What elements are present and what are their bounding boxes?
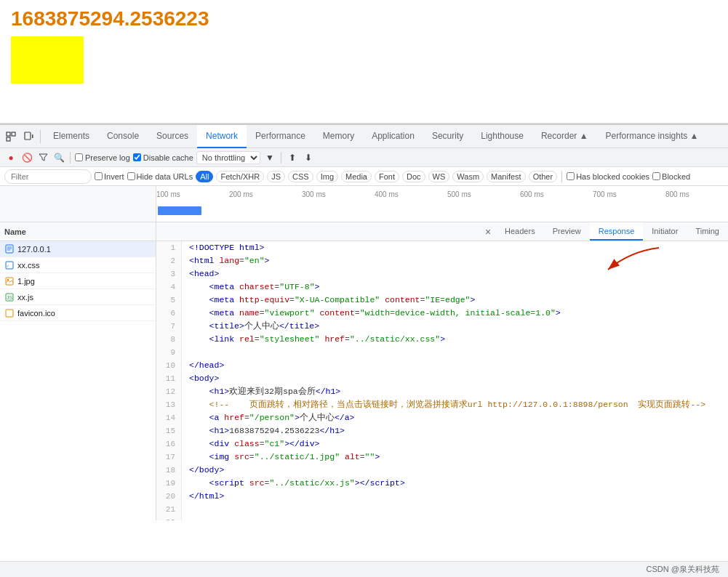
line-num-4: 4 [156,281,182,294]
filter-chip-ws[interactable]: WS [428,171,450,182]
filter-btn[interactable] [36,151,49,164]
tab-network[interactable]: Network [197,125,247,148]
filter-chip-css[interactable]: CSS [288,171,313,182]
hide-data-urls-checkbox[interactable] [127,172,135,180]
filter-chip-js[interactable]: JS [267,171,285,182]
invert-checkbox[interactable] [95,172,103,180]
line-code-7: <title>个人中心</title> [182,320,319,332]
filter-divider [561,171,562,182]
bottom-bar: CSDN @泉关科技苑 [0,561,728,577]
svg-rect-3 [25,132,31,140]
filter-chip-wasm[interactable]: Wasm [452,171,484,182]
code-line-4: 4 <meta charset="UTF-8"> [156,281,728,294]
line-num-3: 3 [156,267,182,281]
req-name-1jpg: 1.jpg [17,277,35,286]
req-name-xxcss: xx.css [17,261,40,270]
tab-performance[interactable]: Performance [247,125,314,148]
line-num-6: 6 [156,307,182,320]
filter-chip-doc[interactable]: Doc [402,171,425,182]
hide-data-urls-label[interactable]: Hide data URLs [127,172,193,181]
filter-chip-manifest[interactable]: Manifest [487,171,526,182]
detail-tab-timing[interactable]: Timing [687,222,728,241]
tab-sources[interactable]: Sources [148,125,197,148]
request-item-xxcss[interactable]: ✓ xx.css [0,257,156,273]
tab-perf-insights[interactable]: Performance insights ▲ [597,125,708,148]
disable-cache-label[interactable]: Disable cache [133,153,193,162]
main-content: Name 127.0.0.1 ✓ xx.css 1.jpg [0,222,728,520]
req-icon-js: JS [4,292,15,302]
line-code-11: <body> [182,372,219,384]
filter-chip-all[interactable]: All [196,171,213,182]
svg-rect-0 [7,132,10,136]
preserve-log-label[interactable]: Preserve log [75,153,130,162]
blocked-checkbox[interactable] [652,172,660,180]
disable-cache-checkbox[interactable] [133,153,141,161]
line-num-10: 10 [156,359,182,372]
import-btn[interactable]: ⬆ [286,151,299,164]
line-code-13: <!-- 页面跳转，相对路径，当点击该链接时，浏览器拼接请求url http:/… [182,398,705,411]
inspect-element-btn[interactable] [3,129,19,145]
export-btn[interactable]: ⬇ [302,151,315,164]
net-divider-1 [70,152,71,164]
filter-bar: Invert Hide data URLs All Fetch/XHR JS C… [0,167,728,186]
timeline-area: 100 ms 200 ms 300 ms 400 ms 500 ms 600 m… [0,186,728,222]
tab-memory[interactable]: Memory [314,125,363,148]
req-icon-favicon [4,308,15,318]
invert-label[interactable]: Invert [95,172,124,181]
request-item-favicon[interactable]: favicon.ico [0,305,156,321]
ruler-mark-700: 700 ms [593,190,617,198]
filter-chip-font[interactable]: Font [375,171,399,182]
timeline-sidebar [0,186,156,222]
preserve-log-checkbox[interactable] [75,153,83,161]
tab-elements[interactable]: Elements [44,125,98,148]
detail-tab-initiator[interactable]: Initiator [643,222,687,241]
filter-input[interactable] [4,169,92,184]
line-num-14: 14 [156,411,182,424]
throttle-select[interactable]: No throttling [196,151,260,164]
tab-security[interactable]: Security [423,125,472,148]
has-blocked-label[interactable]: Has blocked cookies [567,172,649,181]
has-blocked-checkbox[interactable] [567,172,575,180]
clear-btn[interactable]: 🚫 [20,151,33,164]
tab-application[interactable]: Application [363,125,423,148]
detail-close-btn[interactable]: × [480,224,496,240]
code-line-6: 6 <meta name="viewport" content="width=d… [156,307,728,320]
line-code-20: </html> [182,490,224,502]
throttle-dropdown-btn[interactable]: ▼ [263,151,276,164]
filter-chip-img[interactable]: Img [316,171,338,182]
device-toggle-btn[interactable] [20,129,36,145]
line-code-5: <meta http-equiv="X-UA-Compatible" conte… [182,294,475,306]
line-code-12: <h1>欢迎来到32期spa会所</h1> [182,385,340,398]
line-code-10: </head> [182,359,224,371]
code-line-21: 21 [156,503,728,516]
request-item-xxjs[interactable]: JS xx.js [0,289,156,305]
filter-chip-media[interactable]: Media [341,171,372,182]
code-line-14: 14 <a href="/person">个人中心</a> [156,411,728,424]
line-num-17: 17 [156,451,182,464]
detail-tab-preview[interactable]: Preview [544,222,590,241]
tab-console[interactable]: Console [98,125,148,148]
detail-tab-response[interactable]: Response [590,222,644,241]
line-num-5: 5 [156,294,182,307]
req-icon-img [4,276,15,286]
tab-lighthouse[interactable]: Lighthouse [472,125,532,148]
webpage-preview: 1683875294.2536223 [0,0,728,124]
code-line-22: 22 [156,516,728,520]
filter-chip-fetch[interactable]: Fetch/XHR [216,171,264,182]
line-num-7: 7 [156,320,182,333]
tab-recorder[interactable]: Recorder ▲ [532,125,597,148]
search-btn[interactable]: 🔍 [52,151,65,164]
code-line-13: 13 <!-- 页面跳转，相对路径，当点击该链接时，浏览器拼接请求url htt… [156,398,728,411]
hide-data-urls-text: Hide data URLs [137,172,193,181]
blocked-label[interactable]: Blocked [652,172,690,181]
bottom-bar-text: CSDN @泉关科技苑 [647,564,719,575]
response-content: 1 <!DOCTYPE html> 2 <html lang="en"> 3 <… [156,241,728,520]
filter-chip-other[interactable]: Other [529,171,558,182]
svg-rect-1 [12,132,15,136]
request-item-127001[interactable]: 127.0.0.1 [0,241,156,257]
detail-tab-headers[interactable]: Headers [496,222,544,241]
request-item-1jpg[interactable]: 1.jpg [0,273,156,289]
record-btn[interactable]: ● [4,151,17,164]
network-toolbar: ● 🚫 🔍 Preserve log Disable cache No thro… [0,148,728,167]
has-blocked-text: Has blocked cookies [576,172,649,181]
